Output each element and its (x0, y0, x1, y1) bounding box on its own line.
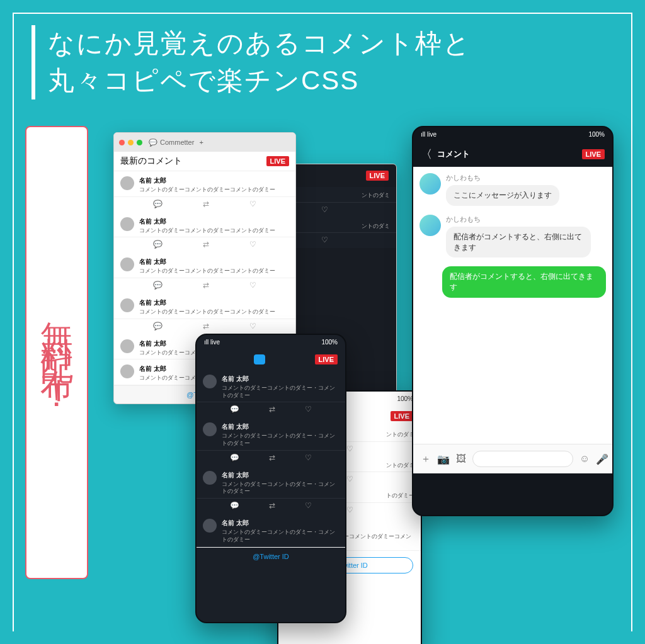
message-user: かしわもち (446, 173, 606, 183)
header: なにか見覚えのあるコメント枠と 丸々コピペで楽チンCSS (31, 25, 620, 99)
comment-actions: 💬 ⇄ ♡ (114, 237, 295, 252)
status-bar: ıll live 100% (413, 127, 612, 142)
reply-icon[interactable]: 💬 (153, 240, 163, 249)
comment-text: コメントのダミーコメントのダミーコメントのダミー (139, 268, 289, 275)
image-icon[interactable]: 🖼 (456, 453, 466, 465)
comment-actions: 💬 ⇄ ♡ (114, 197, 295, 212)
heart-icon[interactable]: ♡ (305, 405, 312, 414)
comment-row: 名前 太郎 コメントのダミーコメントのダミーコメントのダミー (114, 293, 295, 319)
comment-name: 名前 太郎 (139, 176, 289, 185)
camera-icon[interactable]: 📷 (437, 453, 450, 465)
retweet-icon[interactable]: ⇄ (203, 322, 209, 330)
retweet-icon[interactable]: ⇄ (203, 281, 209, 290)
signal-label: ıll live (204, 339, 220, 346)
message-row-self: 配信者がコメントすると、右側に出てきます (420, 266, 606, 298)
comment-row: 名前 太郎 コメントのダミーコメントのダミーコメントのダミー (114, 212, 295, 238)
live-badge: LIVE (266, 156, 289, 166)
message-area: かしわもち ここにメッセージが入ります かしわもち 配信者がコメントすると、右側… (413, 167, 612, 444)
free-badge-text: 無料配布！ (35, 295, 79, 410)
emoji-icon[interactable]: ☺ (579, 453, 590, 465)
comment-actions: 💬 ⇄ ♡ (197, 451, 345, 466)
twitter-id-link[interactable]: @Twitter ID (197, 547, 345, 565)
message-bubble: ここにメッセージが入ります (446, 185, 559, 206)
heart-icon: ♡ (321, 235, 328, 244)
comment-name: 名前 太郎 (139, 217, 289, 226)
comment-text: コメントのダミーコメントのダミーコメントのダミー (139, 308, 289, 316)
heart-icon: ♡ (346, 475, 353, 483)
window-title: 最新のコメント (120, 155, 182, 167)
maximize-icon[interactable] (137, 140, 142, 145)
avatar (120, 364, 134, 378)
comment-actions: 💬 ⇄ ♡ (197, 402, 345, 417)
comment-row: 名前 太郎 コメントのダミーコメントのダミーコメントのダミー (114, 171, 295, 197)
comment-text: コメントのダミーコメントのダミー・コメントのダミー (222, 529, 339, 543)
retweet-icon[interactable]: ⇄ (269, 501, 275, 510)
comment-name: 名前 太郎 (139, 257, 289, 266)
retweet-icon[interactable]: ⇄ (269, 405, 275, 414)
minimize-icon[interactable] (128, 140, 134, 145)
status-bar: ıll live 100% (197, 335, 345, 349)
reply-icon[interactable]: 💬 (153, 200, 163, 208)
comment-row: 名前 太郎 コメントのダミーコメントのダミーコメントのダミー (114, 252, 295, 278)
comment-name: 名前 太郎 (222, 519, 339, 528)
window-header: 最新のコメント LIVE (114, 152, 295, 171)
comment-text: コメントのダミーコメントのダミー・コメントのダミー (222, 432, 339, 447)
heart-icon[interactable]: ♡ (249, 200, 256, 208)
heart-icon[interactable]: ♡ (249, 322, 256, 330)
avatar (203, 519, 217, 533)
reply-icon[interactable]: 💬 (230, 501, 239, 510)
avatar (203, 471, 217, 485)
retweet-icon[interactable]: ⇄ (203, 200, 209, 208)
avatar (120, 176, 134, 190)
reply-icon[interactable]: 💬 (230, 405, 239, 414)
comment-text: コメントのダミーコメントのダミーコメントのダミー (139, 227, 289, 235)
phone-dark: ıll live 100% LIVE 名前 太郎 コメントのダミーコメントのダミ… (195, 334, 346, 623)
battery-label: 100% (588, 131, 605, 138)
comment-actions: 💬 ⇄ ♡ (197, 499, 345, 514)
comment-name: 名前 太郎 (222, 422, 339, 431)
avatar (120, 217, 134, 231)
heart-icon[interactable]: ♡ (249, 240, 256, 249)
message-bubble-self: 配信者がコメントすると、右側に出てきます (442, 266, 606, 298)
retweet-icon[interactable]: ⇄ (269, 453, 275, 462)
input-bar: ＋ 📷 🖼 ☺ 🎤 (413, 444, 612, 473)
comment-row: 名前 太郎 コメントのダミーコメントのダミー・コメントのダミー (197, 370, 345, 402)
live-badge: LIVE (582, 149, 605, 159)
avatar (203, 375, 217, 388)
reply-icon[interactable]: 💬 (153, 322, 163, 330)
mic-icon[interactable]: 🎤 (596, 453, 608, 465)
header-text: なにか見覚えのあるコメント枠と 丸々コピペで楽チンCSS (48, 25, 471, 99)
avatar (120, 257, 134, 271)
heart-icon[interactable]: ♡ (305, 453, 312, 462)
comment-name: 名前 太郎 (222, 375, 339, 383)
new-tab-button[interactable]: + (199, 138, 203, 146)
message-input[interactable] (472, 451, 573, 467)
avatar (203, 422, 217, 436)
heart-icon[interactable]: ♡ (249, 281, 256, 290)
reply-icon[interactable]: 💬 (230, 453, 239, 462)
heart-icon: ♡ (321, 205, 328, 214)
avatar (120, 298, 134, 312)
message-row: かしわもち ここにメッセージが入ります (420, 173, 606, 206)
comment-list: 名前 太郎 コメントのダミーコメントのダミー・コメントのダミー 💬 ⇄ ♡ 名前… (197, 370, 345, 547)
tab-label[interactable]: Commetter (160, 138, 194, 146)
phone-header: 〈 コメント LIVE (413, 142, 612, 167)
back-icon[interactable]: 〈 (421, 147, 432, 162)
live-badge: LIVE (315, 354, 338, 364)
window-tabs: 💬 Commetter + (114, 133, 295, 152)
signal-label: ıll live (421, 131, 437, 138)
phone-header: LIVE (197, 349, 345, 370)
battery-label: 100% (397, 395, 413, 402)
comment-actions: 💬 ⇄ ♡ (114, 319, 295, 334)
reply-icon[interactable]: 💬 (153, 281, 163, 290)
comment-row: 名前 太郎 コメントのダミーコメントのダミー・コメントのダミー (197, 417, 345, 450)
traffic-lights (119, 140, 142, 145)
heart-icon: ♡ (346, 506, 353, 514)
retweet-icon[interactable]: ⇄ (203, 240, 209, 249)
avatar (120, 339, 134, 353)
heart-icon[interactable]: ♡ (305, 501, 312, 510)
close-icon[interactable] (119, 140, 125, 145)
comment-name: 名前 太郎 (139, 298, 289, 307)
plus-icon[interactable]: ＋ (421, 453, 431, 466)
avatar (420, 173, 441, 195)
